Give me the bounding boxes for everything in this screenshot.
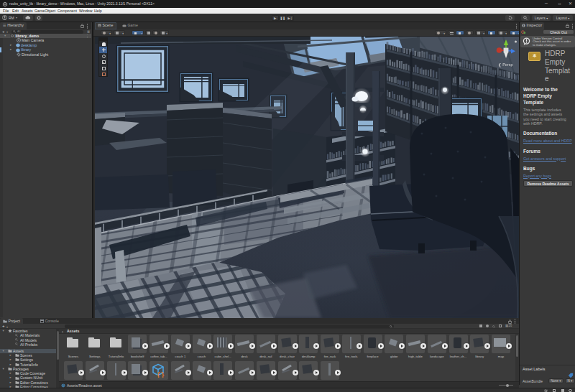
svg-text:❮ Persp: ❮ Persp [498, 62, 513, 67]
svg-text:{}: {} [157, 372, 165, 378]
